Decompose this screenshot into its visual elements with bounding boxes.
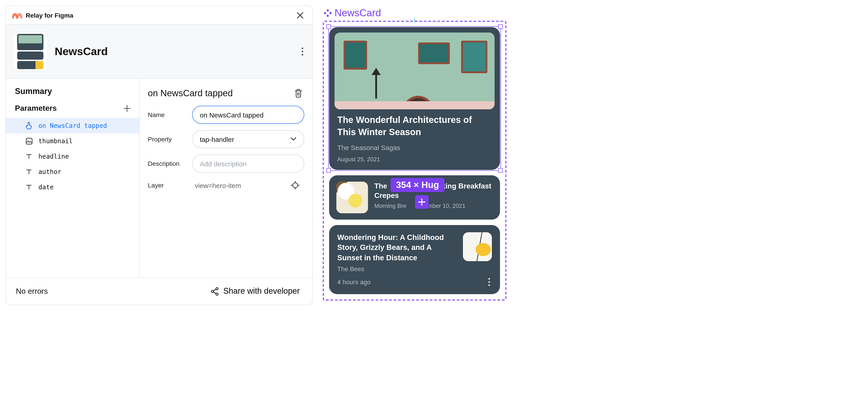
selection-handle-sw[interactable] — [327, 168, 331, 172]
relay-sidebar: Summary Parameters — [6, 78, 140, 278]
field-label-description: Description — [148, 160, 187, 167]
svg-rect-8 — [327, 9, 329, 11]
figma-canvas[interactable]: NewsCard — [323, 5, 506, 300]
field-label-name: Name — [148, 111, 187, 118]
locate-layer-button[interactable] — [289, 179, 302, 192]
detail-title: on NewsCard tapped — [148, 88, 233, 98]
close-icon — [296, 11, 304, 19]
svg-point-12 — [488, 278, 490, 280]
audio-author: The Bees — [337, 265, 457, 273]
sidebar-item-tap-handler[interactable]: on NewsCard tapped — [6, 118, 139, 133]
svg-point-0 — [302, 48, 303, 49]
svg-point-2 — [302, 54, 303, 55]
relay-logo-icon — [12, 11, 22, 19]
close-button[interactable] — [294, 9, 306, 21]
text-icon — [25, 168, 33, 175]
share-button-label: Share with developer — [223, 286, 300, 296]
svg-rect-11 — [329, 12, 332, 14]
layer-value: view=hero-item — [195, 182, 241, 189]
selection-handle-ne[interactable] — [498, 24, 503, 29]
newscard-audio[interactable]: Wondering Hour: A Childhood Story, Grizz… — [329, 225, 500, 294]
name-input-value: on NewsCard tapped — [200, 111, 264, 119]
tap-icon — [25, 122, 33, 130]
relay-panel: Relay for Figma NewsCard — [5, 5, 313, 305]
property-select[interactable]: tap-handler — [192, 130, 304, 148]
parameter-list: on NewsCard tapped thumbnail — [6, 117, 139, 195]
svg-point-4 — [293, 183, 298, 188]
component-overflow-button[interactable] — [300, 45, 305, 57]
component-name: NewsCard — [55, 45, 108, 58]
relay-title: Relay for Figma — [26, 11, 73, 19]
name-input[interactable]: on NewsCard tapped — [192, 106, 304, 124]
share-button[interactable]: Share with developer — [208, 286, 303, 296]
sidebar-summary-label: Summary — [6, 87, 139, 102]
svg-point-1 — [302, 51, 303, 52]
insert-between-button[interactable] — [415, 195, 429, 209]
svg-point-13 — [488, 281, 490, 283]
card-overflow-button[interactable] — [487, 276, 492, 288]
description-placeholder: Add description — [200, 160, 247, 167]
share-icon — [211, 287, 219, 296]
row-meta: Morning Brexxxxovember 10, 2021 — [374, 202, 493, 209]
selection-dimensions-badge: 354 × Hug — [391, 178, 444, 192]
selection-handle-nw[interactable] — [327, 24, 331, 29]
newscard-hero[interactable]: The Wonderful Architectures of This Wint… — [329, 27, 500, 170]
sidebar-item-date[interactable]: date — [6, 180, 139, 195]
audio-thumbnail — [463, 232, 492, 261]
audio-headline: Wondering Hour: A Childhood Story, Grizz… — [337, 232, 457, 262]
row-thumbnail — [336, 182, 368, 213]
image-icon — [25, 137, 33, 145]
newscard-frame[interactable]: The Wonderful Architectures of This Wint… — [323, 21, 506, 300]
relay-footer: No errors Share with developer — [6, 278, 312, 305]
sidebar-item-headline[interactable]: headline — [6, 149, 139, 164]
sidebar-item-thumbnail[interactable]: thumbnail — [6, 133, 139, 149]
alignment-guide — [414, 18, 415, 23]
sidebar-parameters-label: Parameters — [15, 104, 57, 113]
audio-time: 4 hours ago — [337, 278, 371, 286]
chevron-down-icon — [290, 137, 297, 141]
delete-parameter-button[interactable] — [292, 87, 304, 99]
sidebar-item-label: thumbnail — [38, 137, 73, 145]
parameter-detail: on NewsCard tapped Name on NewsCard tapp… — [140, 78, 312, 278]
hero-headline: The Wonderful Architectures of This Wint… — [337, 114, 492, 138]
kebab-icon — [488, 278, 490, 286]
description-input[interactable]: Add description — [192, 155, 304, 172]
sidebar-item-label: date — [38, 184, 54, 191]
frame-label[interactable]: NewsCard — [323, 7, 506, 19]
relay-titlebar: Relay for Figma — [6, 6, 312, 25]
svg-rect-10 — [324, 12, 326, 14]
text-icon — [25, 184, 33, 190]
selection-handle-se[interactable] — [498, 168, 503, 172]
hero-thumbnail — [335, 33, 495, 109]
component-thumbnail — [13, 32, 48, 71]
sidebar-item-label: headline — [38, 153, 69, 160]
svg-rect-3 — [26, 138, 32, 144]
field-label-property: Property — [148, 135, 187, 143]
errors-status: No errors — [16, 287, 48, 296]
add-parameter-button[interactable] — [121, 102, 133, 114]
sidebar-item-author[interactable]: author — [6, 164, 139, 180]
sidebar-item-label: author — [38, 168, 61, 175]
kebab-icon — [302, 47, 303, 56]
property-value: tap-handler — [200, 135, 234, 143]
target-icon — [291, 181, 300, 190]
sidebar-item-label: on NewsCard tapped — [38, 122, 107, 129]
hero-author: The Seasonal Sagas — [337, 144, 492, 151]
hero-date: August 25, 2021 — [337, 156, 492, 163]
plus-icon — [418, 198, 426, 206]
trash-icon — [294, 89, 303, 98]
plus-icon — [123, 104, 131, 113]
field-label-layer: Layer — [148, 182, 187, 189]
component-icon — [324, 9, 332, 17]
text-icon — [25, 153, 33, 159]
svg-rect-9 — [327, 14, 329, 17]
svg-point-14 — [488, 284, 490, 286]
frame-label-text: NewsCard — [335, 7, 381, 19]
component-header: NewsCard — [6, 25, 312, 78]
